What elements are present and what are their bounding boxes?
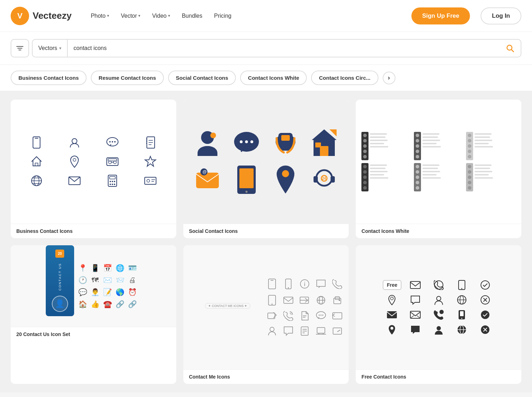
- svg-rect-102: [410, 281, 420, 289]
- logo[interactable]: V Vecteezy: [11, 7, 72, 25]
- card-free-contact[interactable]: Free: [356, 245, 521, 384]
- globe-icon: 🌐: [116, 264, 124, 272]
- card-20-contact[interactable]: 20 CONTACT US 👤 📍 📱 📅 🌐 🪪 🕐 🗺 ✉️: [11, 245, 176, 384]
- card-title: Business Contact Icons: [11, 224, 176, 238]
- svg-rect-58: [196, 173, 219, 188]
- location-icon: [59, 155, 90, 168]
- agent-icon: [190, 128, 225, 160]
- like-icon: 👍: [91, 300, 100, 308]
- chat-bubble-icon: [229, 128, 264, 160]
- chip-white[interactable]: Contact Icons White: [240, 71, 307, 85]
- nav-bundles[interactable]: Bundles: [177, 10, 207, 22]
- svg-point-95: [270, 327, 274, 331]
- document-icon: [299, 311, 310, 321]
- search-input[interactable]: [68, 45, 499, 51]
- pin-icon: [268, 164, 303, 196]
- chevron-down-icon: ▾: [107, 13, 109, 18]
- card-business-contact[interactable]: Business Contact Icons: [11, 100, 176, 238]
- nav-pricing[interactable]: Pricing: [209, 10, 237, 22]
- login-button[interactable]: Log In: [481, 7, 521, 24]
- device-icon: [266, 278, 278, 290]
- card-title: Contact Icons White: [356, 224, 521, 238]
- call-outline-icon: [429, 280, 448, 290]
- nav-video[interactable]: Video ▾: [147, 10, 175, 22]
- svg-point-22: [109, 161, 111, 164]
- avatar-icon: 👤: [52, 296, 68, 312]
- chip-business[interactable]: Business Contact Icons: [11, 71, 87, 85]
- svg-point-37: [114, 181, 115, 182]
- svg-point-46: [210, 133, 216, 138]
- reply-icon: [332, 311, 343, 321]
- card-image: ✦ CONTACT ME ICONS ✦: [183, 245, 349, 369]
- svg-point-9: [109, 141, 111, 142]
- share-icon: [266, 311, 278, 321]
- search-wrapper: Vectors ▾: [32, 39, 521, 57]
- pin2-icon: [383, 295, 402, 305]
- telephone-icon: [268, 128, 303, 160]
- chevron-down-icon: ▾: [59, 46, 61, 51]
- card-contact-me[interactable]: ✦ CONTACT ME ICONS ✦: [183, 245, 349, 384]
- mobile-filled-icon: [452, 309, 471, 320]
- chip-circle[interactable]: Contact Icons Circ...: [311, 71, 378, 85]
- search-button[interactable]: [499, 44, 521, 52]
- notebook-icon: [134, 136, 166, 149]
- x-circle-icon: [476, 295, 495, 305]
- logo-name: Vecteezy: [33, 10, 72, 21]
- svg-rect-100: [317, 328, 325, 333]
- chip-social[interactable]: Social Contact Icons: [168, 71, 236, 85]
- edit-icon: 📝: [103, 288, 112, 296]
- card-image: 20 CONTACT US 👤 📍 📱 📅 🌐 🪪 🕐 🗺 ✉️: [11, 245, 176, 327]
- x2-circle-icon: [476, 324, 495, 335]
- support-icon: 👨‍💼: [91, 288, 100, 296]
- tablet-outline-icon: [452, 280, 471, 290]
- svg-rect-66: [314, 176, 318, 183]
- chip-resume[interactable]: Resume Contact Icons: [91, 71, 164, 85]
- card-image: [356, 100, 521, 224]
- svg-point-40: [114, 184, 115, 185]
- search-type-dropdown[interactable]: Vectors ▾: [33, 40, 68, 57]
- card-social-contact[interactable]: @: [183, 100, 349, 238]
- mail-icon: ✉️: [103, 276, 112, 284]
- nav-vector[interactable]: Vector ▾: [116, 10, 145, 22]
- search-bar: Vectors ▾: [0, 32, 532, 65]
- svg-rect-84: [334, 298, 341, 304]
- results-grid: Business Contact Icons: [11, 100, 521, 384]
- more-chips-button[interactable]: ›: [383, 72, 395, 84]
- globe-icon: [21, 174, 52, 187]
- svg-point-38: [110, 184, 111, 185]
- calculator-icon: [96, 174, 128, 187]
- bubble-icon: [283, 326, 294, 336]
- map-icon: 🗺: [91, 276, 100, 284]
- svg-point-39: [112, 184, 113, 185]
- contact-me-label: ✦ CONTACT ME ICONS ✦: [205, 303, 251, 309]
- filter-button[interactable]: [11, 39, 29, 57]
- svg-point-20: [73, 158, 76, 161]
- svg-point-108: [437, 296, 441, 301]
- hours-icon: ⏰: [128, 288, 137, 296]
- svg-rect-57: [315, 142, 321, 147]
- card-title: Social Contact Icons: [183, 224, 349, 238]
- user-icon: [59, 136, 90, 149]
- svg-point-92: [321, 315, 322, 316]
- nav-photo[interactable]: Photo ▾: [86, 10, 114, 22]
- svg-point-91: [319, 315, 320, 316]
- svg-point-35: [110, 181, 111, 182]
- svg-point-23: [113, 161, 116, 164]
- envelope-icon: @: [190, 164, 225, 196]
- card-contact-white[interactable]: Contact Icons White: [356, 100, 521, 238]
- contact-block-2: [414, 132, 464, 160]
- svg-point-119: [481, 311, 489, 319]
- main-nav: Photo ▾ Vector ▾ Video ▾ Bundles Pricing: [86, 10, 238, 22]
- calendar-icon: 📅: [103, 264, 112, 272]
- svg-point-106: [481, 281, 489, 289]
- phone2-icon: ☎️: [103, 300, 112, 308]
- mail2-outline-icon: [406, 309, 425, 320]
- signup-button[interactable]: Sign Up Free: [411, 7, 470, 24]
- forward-icon: [299, 295, 310, 306]
- header: V Vecteezy Photo ▾ Vector ▾ Video ▾ Bund…: [0, 0, 532, 32]
- search-type-label: Vectors: [38, 45, 57, 51]
- svg-marker-26: [145, 156, 156, 166]
- filter-chips: Business Contact Icons Resume Contact Ic…: [0, 65, 532, 91]
- pin3-icon: [383, 324, 402, 335]
- svg-point-49: [245, 140, 248, 143]
